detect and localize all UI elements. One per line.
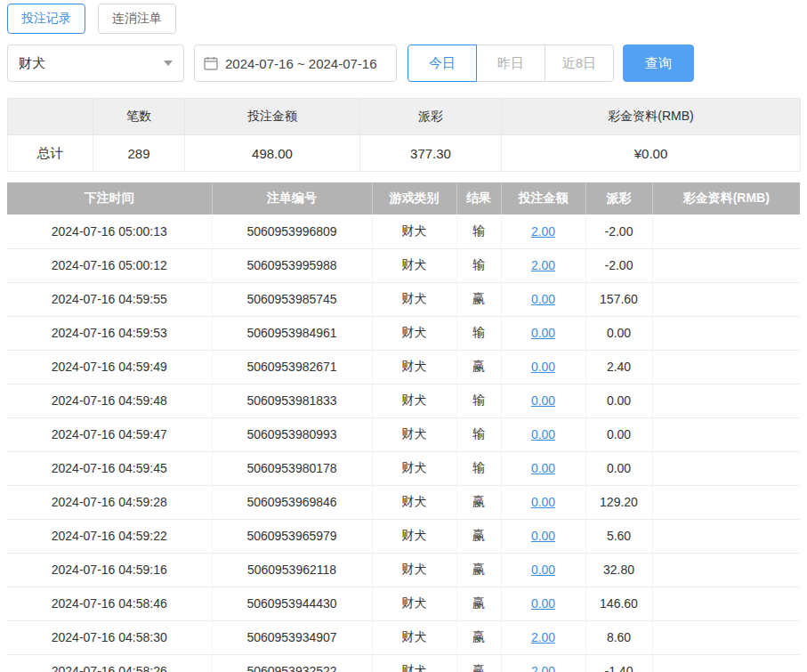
order-id-cell: 5060953934907 (212, 620, 372, 654)
bet-time-cell: 2024-07-16 04:59:49 (7, 350, 212, 384)
game-type-cell: 财犬 (372, 553, 456, 587)
header-game-type: 游戏类别 (372, 182, 456, 215)
order-id-cell: 5060953962118 (212, 553, 372, 587)
bonus-cell (652, 620, 800, 654)
game-select[interactable]: 财犬 (7, 45, 184, 82)
result-cell: 赢 (456, 350, 501, 384)
summary-header-row: 笔数 投注金额 派彩 彩金资料(RMB) (8, 99, 801, 135)
payout-cell: -1.40 (585, 654, 652, 672)
search-button[interactable]: 查询 (623, 45, 694, 82)
table-row: 2024-07-16 04:59:48 5060953981833 财犬 输 0… (7, 384, 800, 417)
bet-time-cell: 2024-07-16 04:59:47 (7, 417, 212, 451)
result-cell: 赢 (456, 485, 501, 519)
summary-header-empty (8, 99, 93, 135)
bonus-cell (652, 553, 800, 587)
order-id-cell: 5060953969846 (212, 485, 372, 519)
bet-amount-link[interactable]: 0.00 (531, 427, 555, 441)
bet-amount-link[interactable]: 0.00 (531, 495, 555, 509)
table-row: 2024-07-16 04:59:49 5060953982671 财犬 赢 0… (7, 350, 800, 384)
result-cell: 赢 (456, 620, 501, 654)
game-select-value: 财犬 (19, 55, 45, 72)
last-8-days-button[interactable]: 近8日 (545, 45, 614, 82)
bet-amount-link[interactable]: 0.00 (531, 461, 555, 475)
table-row: 2024-07-16 04:59:16 5060953962118 财犬 赢 0… (7, 553, 800, 587)
game-type-cell: 财犬 (372, 282, 456, 316)
summary-total-count: 289 (93, 135, 185, 172)
date-range-input[interactable]: 2024-07-16 ~ 2024-07-16 (194, 45, 397, 82)
bonus-cell (652, 316, 800, 350)
bet-time-cell: 2024-07-16 04:59:48 (7, 384, 212, 417)
today-button[interactable]: 今日 (408, 45, 477, 82)
bonus-cell (652, 654, 800, 672)
header-payout: 派彩 (585, 182, 652, 215)
bet-amount-link[interactable]: 0.00 (531, 563, 555, 577)
game-type-cell: 财犬 (372, 654, 456, 672)
bet-amount-link[interactable]: 0.00 (531, 529, 555, 543)
game-type-cell: 财犬 (372, 451, 456, 485)
bet-time-cell: 2024-07-16 04:58:26 (7, 654, 212, 672)
bet-amount-link[interactable]: 0.00 (531, 326, 555, 340)
table-row: 2024-07-16 05:00:12 5060953995988 财犬 输 2… (7, 248, 800, 282)
bet-time-cell: 2024-07-16 05:00:12 (7, 248, 212, 282)
table-row: 2024-07-16 04:59:45 5060953980178 财犬 输 0… (7, 451, 800, 485)
table-row: 2024-07-16 05:00:13 5060953996809 财犬 输 2… (7, 215, 800, 248)
bonus-cell (652, 248, 800, 282)
bet-amount-cell: 2.00 (501, 654, 585, 672)
table-row: 2024-07-16 04:59:22 5060953965979 财犬 赢 0… (7, 519, 800, 553)
bet-time-cell: 2024-07-16 04:59:28 (7, 485, 212, 519)
tab-betting-records[interactable]: 投注记录 (7, 4, 85, 34)
bet-amount-link[interactable]: 2.00 (531, 258, 555, 272)
bet-amount-link[interactable]: 2.00 (531, 664, 555, 672)
result-cell: 输 (456, 451, 501, 485)
payout-cell: 0.00 (585, 384, 652, 417)
result-cell: 输 (456, 248, 501, 282)
result-cell: 输 (456, 316, 501, 350)
payout-cell: 0.00 (585, 451, 652, 485)
quick-range-button-group: 今日 昨日 近8日 (408, 45, 614, 82)
game-type-cell: 财犬 (372, 620, 456, 654)
betting-records-page: 投注记录 连消注单 财犬 2024-07-16 ~ 2024-07-16 今日 … (0, 0, 807, 672)
bonus-cell (652, 215, 800, 248)
bet-amount-cell: 0.00 (501, 587, 585, 620)
calendar-icon (204, 56, 218, 70)
order-id-cell: 5060953982671 (212, 350, 372, 384)
summary-header-count: 笔数 (93, 99, 185, 135)
yesterday-button[interactable]: 昨日 (476, 45, 545, 82)
bet-amount-link[interactable]: 0.00 (531, 360, 555, 374)
bonus-cell (652, 587, 800, 620)
game-type-cell: 财犬 (372, 485, 456, 519)
bet-amount-link[interactable]: 0.00 (531, 292, 555, 306)
summary-total-label: 总计 (8, 135, 93, 172)
records-table: 下注时间 注单编号 游戏类别 结果 投注金额 派彩 彩金资料(RMB) 2024… (7, 182, 800, 672)
order-id-cell: 5060953985745 (212, 282, 372, 316)
payout-cell: 2.40 (585, 350, 652, 384)
payout-cell: 5.60 (585, 519, 652, 553)
order-id-cell: 5060953965979 (212, 519, 372, 553)
bet-amount-link[interactable]: 2.00 (531, 224, 555, 239)
game-type-cell: 财犬 (372, 215, 456, 248)
bet-time-cell: 2024-07-16 04:59:45 (7, 451, 212, 485)
bet-amount-cell: 2.00 (501, 248, 585, 282)
bet-amount-link[interactable]: 0.00 (531, 596, 555, 611)
order-id-cell: 5060953996809 (212, 215, 372, 248)
result-cell: 输 (456, 417, 501, 451)
bet-amount-link[interactable]: 2.00 (531, 630, 555, 644)
game-type-cell: 财犬 (372, 417, 456, 451)
summary-table: 笔数 投注金额 派彩 彩金资料(RMB) 总计 289 498.00 377.3… (7, 98, 801, 172)
game-type-cell: 财犬 (372, 384, 456, 417)
bet-time-cell: 2024-07-16 04:59:16 (7, 553, 212, 587)
result-cell: 赢 (456, 282, 501, 316)
header-order-id: 注单编号 (212, 182, 372, 215)
tab-cancelled-orders[interactable]: 连消注单 (98, 4, 176, 34)
order-id-cell: 5060953995988 (212, 248, 372, 282)
result-cell: 赢 (456, 553, 501, 587)
summary-total-payout: 377.30 (360, 135, 502, 172)
bet-amount-cell: 0.00 (501, 519, 585, 553)
header-bonus: 彩金资料(RMB) (652, 182, 800, 215)
bet-amount-link[interactable]: 0.00 (531, 393, 555, 408)
bonus-cell (652, 350, 800, 384)
result-cell: 赢 (456, 587, 501, 620)
payout-cell: 0.00 (585, 316, 652, 350)
order-id-cell: 5060953932522 (212, 654, 372, 672)
payout-cell: 157.60 (585, 282, 652, 316)
